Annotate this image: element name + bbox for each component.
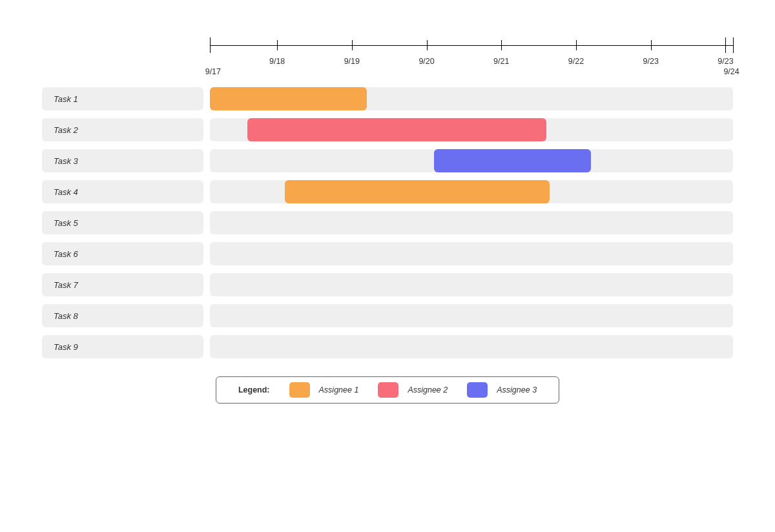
axis-tick-label: 9/20 — [418, 57, 434, 66]
task-row: Task 2 — [42, 118, 733, 141]
task-label: Task 9 — [42, 335, 203, 358]
task-label: Task 6 — [42, 242, 203, 265]
legend-swatch — [467, 382, 488, 398]
legend-item: Assignee 2 — [378, 382, 448, 398]
task-label: Task 7 — [42, 273, 203, 296]
axis-tick — [501, 40, 502, 50]
legend: Legend: Assignee 1Assignee 2Assignee 3 — [216, 376, 559, 404]
legend-title: Legend: — [238, 385, 270, 394]
legend-item: Assignee 1 — [289, 382, 359, 398]
task-lane — [210, 242, 733, 265]
task-lane — [210, 118, 733, 141]
task-lane — [210, 273, 733, 296]
task-row: Task 3 — [42, 149, 733, 172]
task-row: Task 6 — [42, 242, 733, 265]
axis-tick-label: 9/18 — [269, 57, 285, 66]
axis-tick-label: 9/21 — [493, 57, 509, 66]
task-bar[interactable] — [434, 149, 591, 172]
task-bar[interactable] — [247, 118, 546, 141]
task-label: Task 8 — [42, 304, 203, 327]
task-row: Task 8 — [42, 304, 733, 327]
task-lane — [210, 304, 733, 327]
task-label: Task 2 — [42, 118, 203, 141]
task-lane — [210, 87, 733, 110]
task-lane — [210, 149, 733, 172]
task-lane — [210, 335, 733, 358]
axis-tick — [352, 40, 353, 50]
axis-tick — [725, 37, 726, 53]
task-bar[interactable] — [210, 87, 367, 110]
legend-item-label: Assignee 2 — [408, 385, 448, 394]
task-label: Task 3 — [42, 149, 203, 172]
legend-item-label: Assignee 3 — [497, 385, 537, 394]
legend-swatch — [378, 382, 398, 398]
axis-tick — [576, 40, 577, 50]
legend-item: Assignee 3 — [467, 382, 537, 398]
axis-tick — [733, 37, 734, 53]
task-row: Task 7 — [42, 273, 733, 296]
task-row: Task 1 — [42, 87, 733, 110]
task-lane — [210, 211, 733, 234]
axis-tick-label: 9/23 — [718, 57, 733, 66]
task-lane — [210, 180, 733, 203]
task-row: Task 5 — [42, 211, 733, 234]
timeline-axis: 9/179/189/199/209/219/229/239/239/24 — [210, 26, 733, 87]
axis-tick-label: 9/23 — [643, 57, 659, 66]
task-label: Task 4 — [42, 180, 203, 203]
task-row: Task 4 — [42, 180, 733, 203]
axis-tick-label: 9/24 — [723, 67, 739, 76]
gantt-chart: 9/179/189/199/209/219/229/239/239/24 Tas… — [0, 0, 775, 532]
axis-tick-label: 9/19 — [344, 57, 360, 66]
axis-tick — [277, 40, 278, 50]
axis-tick-label: 9/17 — [205, 67, 221, 76]
task-rows: Task 1Task 2Task 3Task 4Task 5Task 6Task… — [42, 87, 733, 358]
axis-tick — [427, 40, 428, 50]
task-bar[interactable] — [285, 180, 550, 203]
task-row: Task 9 — [42, 335, 733, 358]
axis-tick — [210, 37, 211, 53]
task-label: Task 1 — [42, 87, 203, 110]
task-label: Task 5 — [42, 211, 203, 234]
legend-item-label: Assignee 1 — [319, 385, 359, 394]
axis-line — [210, 45, 733, 46]
legend-swatch — [289, 382, 310, 398]
axis-tick — [651, 40, 652, 50]
axis-tick-label: 9/22 — [568, 57, 584, 66]
